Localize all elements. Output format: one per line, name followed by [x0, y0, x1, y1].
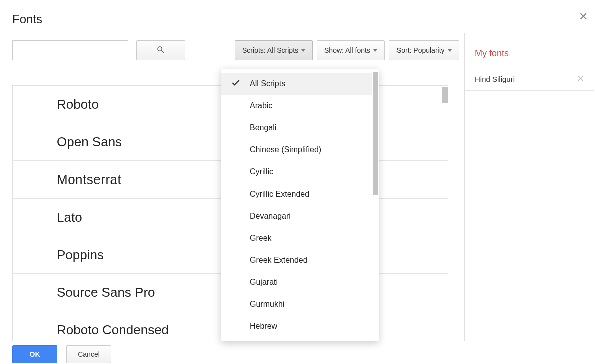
search-icon [156, 45, 165, 56]
script-option-label: Greek [250, 234, 272, 243]
script-option-label: Cyrillic [250, 167, 273, 176]
script-option-label: Arabic [250, 101, 272, 110]
chevron-down-icon [301, 49, 305, 52]
script-option-greek-extended[interactable]: Greek Extended [221, 249, 372, 271]
script-option-cyrillic[interactable]: Cyrillic [221, 161, 372, 183]
script-option-label: Greek Extended [250, 256, 308, 265]
remove-my-font-button[interactable]: ✕ [577, 74, 584, 83]
my-fonts-title: My fonts [465, 48, 594, 67]
script-option-bengali[interactable]: Bengali [221, 117, 372, 139]
show-filter-button[interactable]: Show: All fonts [317, 40, 385, 60]
chevron-down-icon [448, 49, 452, 52]
script-option-chinese-simplified[interactable]: Chinese (Simplified) [221, 139, 372, 161]
script-option-label: All Scripts [250, 79, 285, 88]
script-option-all-scripts[interactable]: All Scripts [221, 73, 372, 95]
script-option-label: Bengali [250, 123, 276, 132]
font-search-input[interactable] [12, 40, 128, 60]
scripts-filter-label: Scripts: All Scripts [242, 46, 298, 54]
dropdown-scrollbar[interactable] [372, 72, 379, 338]
script-option-gurmukhi[interactable]: Gurmukhi [221, 293, 372, 315]
script-option-label: Hebrew [250, 322, 277, 331]
chevron-down-icon [373, 49, 377, 52]
check-icon [231, 78, 241, 90]
font-list-scrollbar-thumb[interactable] [442, 87, 448, 103]
sort-filter-button[interactable]: Sort: Popularity [389, 40, 459, 60]
script-option-devanagari[interactable]: Devanagari [221, 205, 372, 227]
dropdown-scrollbar-thumb[interactable] [373, 72, 378, 195]
scripts-filter-button[interactable]: Scripts: All Scripts [235, 40, 313, 60]
script-option-hebrew[interactable]: Hebrew [221, 315, 372, 337]
my-font-item-label: Hind Siliguri [475, 75, 515, 83]
script-option-label: Gujarati [250, 278, 278, 287]
script-option-cyrillic-extended[interactable]: Cyrillic Extended [221, 183, 372, 205]
ok-button[interactable]: OK [12, 345, 57, 363]
my-font-item[interactable]: Hind Siliguri ✕ [465, 67, 594, 91]
script-option-label: Chinese (Simplified) [250, 145, 321, 154]
search-button[interactable] [136, 40, 185, 60]
script-option-gujarati[interactable]: Gujarati [221, 271, 372, 293]
sort-filter-label: Sort: Popularity [396, 46, 445, 54]
script-option-arabic[interactable]: Arabic [221, 95, 372, 117]
scripts-dropdown[interactable]: All Scripts Arabic Bengali Chinese (Simp… [221, 69, 379, 341]
script-option-label: Gurmukhi [250, 300, 284, 309]
dialog-title: Fonts [12, 12, 583, 26]
script-option-greek[interactable]: Greek [221, 227, 372, 249]
show-filter-label: Show: All fonts [324, 46, 370, 54]
cancel-button[interactable]: Cancel [66, 345, 111, 363]
close-button[interactable]: ✕ [579, 11, 588, 22]
script-option-label: Devanagari [250, 212, 291, 221]
script-option-label: Cyrillic Extended [250, 190, 309, 199]
